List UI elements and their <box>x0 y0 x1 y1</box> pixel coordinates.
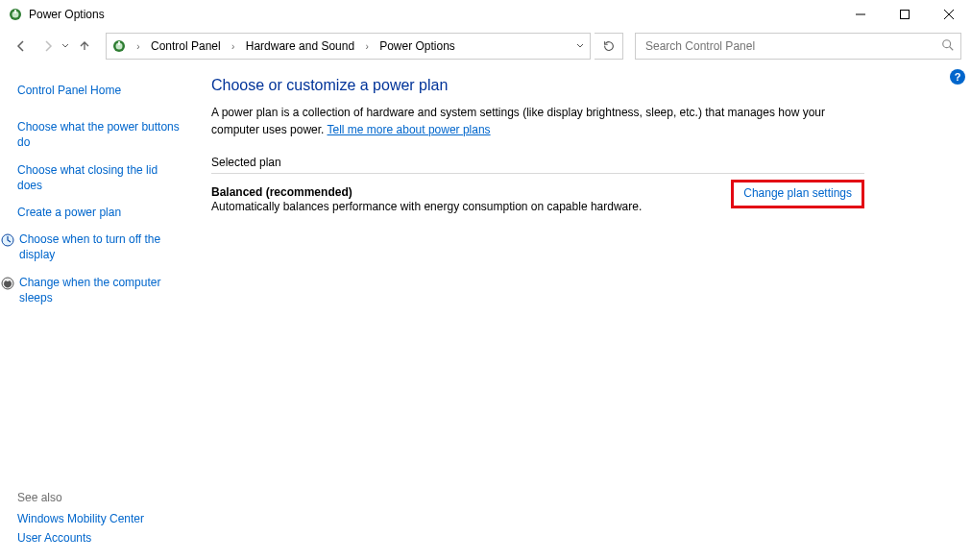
section-divider <box>211 173 864 174</box>
breadcrumb: › Control Panel › Hardware and Sound › P… <box>132 34 461 59</box>
plan-name: Balanced (recommended) <box>211 185 721 199</box>
chevron-right-icon[interactable]: › <box>360 34 374 59</box>
refresh-button[interactable] <box>595 33 623 60</box>
chevron-right-icon[interactable]: › <box>227 34 240 59</box>
page-description: A power plan is a collection of hardware… <box>211 104 864 138</box>
sidebar-link[interactable]: Change when the computer sleeps <box>19 275 184 305</box>
sleep-icon <box>0 276 15 294</box>
title-bar: Power Options <box>0 0 971 29</box>
address-history-button[interactable] <box>569 34 590 59</box>
see-also-link[interactable]: Windows Mobility Center <box>17 512 184 525</box>
svg-point-10 <box>943 39 951 47</box>
change-plan-settings-link[interactable]: Change plan settings <box>743 186 852 200</box>
breadcrumb-item[interactable]: Hardware and Sound <box>240 34 360 59</box>
sidebar-link[interactable]: Create a power plan <box>17 205 184 220</box>
learn-more-link[interactable]: Tell me more about power plans <box>328 123 491 136</box>
description-text: A power plan is a collection of hardware… <box>211 106 825 136</box>
see-also-link[interactable]: User Accounts <box>17 531 184 545</box>
power-options-icon <box>107 34 132 59</box>
recent-locations-button[interactable] <box>61 41 69 52</box>
up-button[interactable] <box>73 35 96 58</box>
window-title: Power Options <box>29 8 105 21</box>
chevron-right-icon[interactable]: › <box>132 34 145 59</box>
sidebar-link[interactable]: Choose what the power buttons do <box>17 119 184 150</box>
main: ? Choose or customize a power plan A pow… <box>192 63 971 560</box>
search-input[interactable] <box>645 39 941 53</box>
svg-rect-4 <box>901 11 910 19</box>
plan-row: Balanced (recommended) Automatically bal… <box>211 185 864 215</box>
sidebar-link[interactable]: Choose what closing the lid does <box>17 162 184 193</box>
search-icon <box>941 38 955 55</box>
control-panel-home-link[interactable]: Control Panel Home <box>17 83 184 98</box>
section-label: Selected plan <box>211 156 952 171</box>
sidebar: Control Panel Home Choose what the power… <box>0 63 192 560</box>
window-controls <box>838 0 971 29</box>
search-box[interactable] <box>635 33 961 60</box>
plan-description: Automatically balances performance with … <box>211 199 721 215</box>
power-options-icon <box>8 7 23 22</box>
svg-rect-2 <box>14 10 16 13</box>
breadcrumb-item[interactable]: Power Options <box>374 34 461 59</box>
nav-row: › Control Panel › Hardware and Sound › P… <box>0 29 971 63</box>
see-also-label: See also <box>17 491 184 504</box>
highlight-box: Change plan settings <box>731 180 864 208</box>
minimize-button[interactable] <box>838 0 883 29</box>
address-bar[interactable]: › Control Panel › Hardware and Sound › P… <box>106 33 591 60</box>
sidebar-link[interactable]: Choose when to turn off the display <box>19 231 184 262</box>
page-heading: Choose or customize a power plan <box>211 77 952 94</box>
forward-button[interactable] <box>36 35 60 58</box>
close-button[interactable] <box>927 0 971 29</box>
display-off-icon <box>0 232 15 251</box>
maximize-button[interactable] <box>883 0 927 29</box>
breadcrumb-item[interactable]: Control Panel <box>145 34 227 59</box>
content: Control Panel Home Choose what the power… <box>0 63 971 560</box>
back-button[interactable] <box>10 35 33 58</box>
svg-line-11 <box>950 46 954 50</box>
svg-rect-9 <box>118 41 120 45</box>
help-icon[interactable]: ? <box>950 69 965 85</box>
see-also: See also Windows Mobility Center User Ac… <box>17 491 184 560</box>
